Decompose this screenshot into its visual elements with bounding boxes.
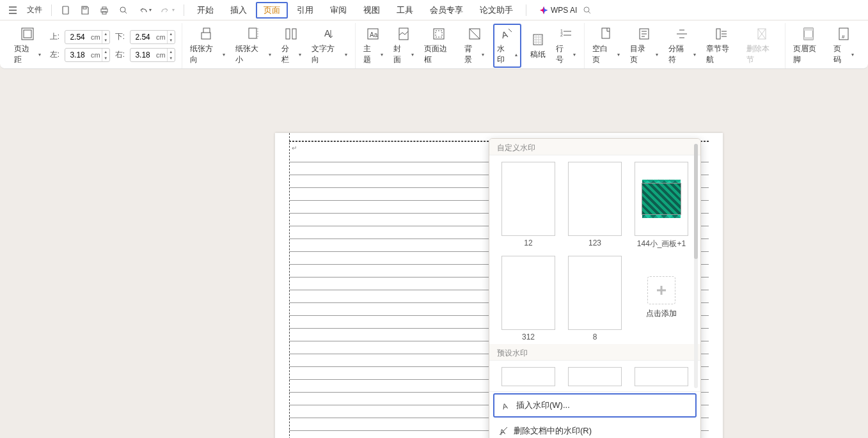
headerfooter-group: 页眉页脚 # 页码▾ xyxy=(785,23,862,68)
remove-watermark-item[interactable]: A 删除文档中的水印(R) xyxy=(489,419,700,438)
svg-rect-8 xyxy=(24,30,31,38)
background-button[interactable]: 背景▾ xyxy=(463,25,486,66)
svg-rect-19 xyxy=(436,31,442,37)
svg-text:2: 2 xyxy=(560,33,563,37)
svg-rect-11 xyxy=(249,28,256,38)
tab-tools[interactable]: 工具 xyxy=(389,2,421,19)
svg-rect-10 xyxy=(201,33,210,39)
watermark-thumb[interactable]: 123 xyxy=(565,162,625,249)
watermark-dropdown: 自定义水印 12 123 144小_画板+1 312 8 xyxy=(489,138,701,438)
svg-rect-13 xyxy=(292,29,296,39)
tab-insert[interactable]: 插入 xyxy=(223,2,255,19)
insert-watermark-item[interactable]: A 插入水印(W)... xyxy=(493,393,697,418)
tab-member[interactable]: 会员专享 xyxy=(422,2,471,19)
svg-rect-1 xyxy=(83,7,86,9)
svg-point-6 xyxy=(584,7,589,12)
watermark-thumb[interactable]: 144小_画板+1 xyxy=(631,162,691,249)
cover-button[interactable]: 封面▾ xyxy=(392,25,415,66)
svg-text:A: A xyxy=(501,402,509,411)
tab-page[interactable]: 页面 xyxy=(256,2,288,19)
margin-top-input[interactable]: cm▲▼ xyxy=(65,30,110,44)
save-icon[interactable] xyxy=(76,3,94,18)
redo-icon[interactable]: ▾ xyxy=(157,3,178,18)
plus-icon xyxy=(647,276,675,304)
columns-button[interactable]: 分栏▾ xyxy=(280,25,303,66)
svg-rect-0 xyxy=(63,6,68,14)
page-number-button[interactable]: # 页码▾ xyxy=(832,25,855,66)
menu-icon[interactable] xyxy=(4,3,22,18)
separator xyxy=(51,4,52,16)
document-canvas[interactable]: ↵ 自定义水印 12 123 144小_画板+1 3 xyxy=(0,69,868,438)
preset-watermark-header: 预设水印 xyxy=(489,344,700,361)
ribbon: 页边距▾ 上: cm▲▼ 下: cm▲▼ 左: cm▲▼ 右: cm▲▼ 纸张方… xyxy=(0,20,868,69)
watermark-thumb[interactable]: 312 xyxy=(498,256,558,341)
watermark-thumb[interactable] xyxy=(498,367,558,386)
dropdown-scrollbar[interactable] xyxy=(694,144,698,388)
text-direction-button[interactable]: A 文字方向▾ xyxy=(310,25,348,66)
margin-values: 上: cm▲▼ 下: cm▲▼ 左: cm▲▼ 右: cm▲▼ xyxy=(50,30,175,62)
print-icon[interactable] xyxy=(95,3,113,18)
svg-rect-3 xyxy=(102,7,106,9)
separator xyxy=(526,4,526,16)
theme-button[interactable]: Aa 主题▾ xyxy=(362,25,385,66)
preset-watermark-grid xyxy=(489,361,700,386)
file-menu[interactable]: 文件 xyxy=(23,2,46,18)
tab-reference[interactable]: 引用 xyxy=(289,2,321,19)
paper-size-button[interactable]: 纸张大小▾ xyxy=(234,25,272,66)
watermark-thumb[interactable] xyxy=(631,367,691,386)
svg-point-5 xyxy=(120,7,125,12)
dropdown-footer: A 插入水印(W)... A 删除文档中的水印(R) xyxy=(489,391,700,438)
custom-watermark-header: 自定义水印 xyxy=(489,139,700,155)
wps-ai-button[interactable]: WPS AI xyxy=(539,6,577,15)
header-footer-button[interactable]: 页眉页脚 xyxy=(792,25,825,66)
svg-rect-25 xyxy=(602,28,610,38)
draft-button[interactable]: 稿纸 xyxy=(529,31,547,61)
margin-right-label: 右: xyxy=(115,49,125,60)
margin-left-label: 左: xyxy=(50,49,59,60)
page-group: 空白页▾ 目录页▾ 分隔符▾ 章节导航 删除本节 xyxy=(585,23,785,68)
svg-text:A: A xyxy=(500,29,509,40)
svg-rect-31 xyxy=(804,37,813,40)
separator xyxy=(184,4,184,16)
svg-rect-30 xyxy=(804,28,813,31)
margin-right-input[interactable]: cm▲▼ xyxy=(130,48,175,62)
margin-bottom-input[interactable]: cm▲▼ xyxy=(130,30,175,44)
custom-watermark-grid: 12 123 144小_画板+1 312 8 点击 xyxy=(489,155,700,344)
menubar: 文件 ▾ ▾ 开始 插入 页面 引用 审阅 视图 工具 会员专享 论文助手 WP… xyxy=(0,0,868,20)
svg-rect-27 xyxy=(716,29,720,39)
orientation-button[interactable]: 纸张方向▾ xyxy=(189,25,226,66)
margins-button[interactable]: 页边距▾ xyxy=(13,25,42,66)
new-icon[interactable] xyxy=(57,3,75,18)
undo-icon[interactable]: ▾ xyxy=(134,3,155,18)
toc-button[interactable]: 目录页▾ xyxy=(629,25,659,66)
preview-icon[interactable] xyxy=(114,3,132,18)
margin-top-label: 上: xyxy=(50,31,59,42)
page-border-button[interactable]: 页面边框 xyxy=(423,25,455,66)
svg-text:#: # xyxy=(842,34,845,40)
watermark-button[interactable]: A 水印▴ xyxy=(493,24,521,68)
scrollbar-thumb[interactable] xyxy=(694,144,698,259)
margin-left-input[interactable]: cm▲▼ xyxy=(65,48,110,62)
tab-review[interactable]: 审阅 xyxy=(322,2,354,19)
tab-view[interactable]: 视图 xyxy=(356,2,388,19)
watermark-thumb[interactable]: 12 xyxy=(498,162,558,249)
svg-rect-12 xyxy=(286,29,290,39)
search-icon[interactable] xyxy=(578,3,596,18)
separator-button[interactable]: 分隔符▾ xyxy=(667,25,698,66)
line-number-button[interactable]: 12 行号▾ xyxy=(555,25,578,66)
wps-ai-label: WPS AI xyxy=(551,6,577,15)
watermark-thumb[interactable]: 8 xyxy=(565,256,625,341)
tab-thesis[interactable]: 论文助手 xyxy=(472,2,521,19)
margins-group: 页边距▾ 上: cm▲▼ 下: cm▲▼ 左: cm▲▼ 右: cm▲▼ xyxy=(6,23,182,68)
watermark-thumb[interactable] xyxy=(565,367,625,386)
paper-group: 纸张方向▾ 纸张大小▾ 分栏▾ A 文字方向▾ xyxy=(182,23,356,68)
svg-text:Aa: Aa xyxy=(370,31,378,38)
margin-bottom-label: 下: xyxy=(115,31,125,42)
svg-rect-18 xyxy=(434,29,444,39)
add-watermark-tile[interactable]: 点击添加 xyxy=(631,256,691,341)
tab-start[interactable]: 开始 xyxy=(189,2,221,19)
chapter-nav-button[interactable]: 章节导航 xyxy=(705,25,738,66)
theme-group: Aa 主题▾ 封面▾ 页面边框 背景▾ A 水印▴ 稿纸 12 行号▾ xyxy=(356,23,585,68)
delete-section-button: 删除本节 xyxy=(745,25,778,66)
blank-page-button[interactable]: 空白页▾ xyxy=(591,25,622,66)
